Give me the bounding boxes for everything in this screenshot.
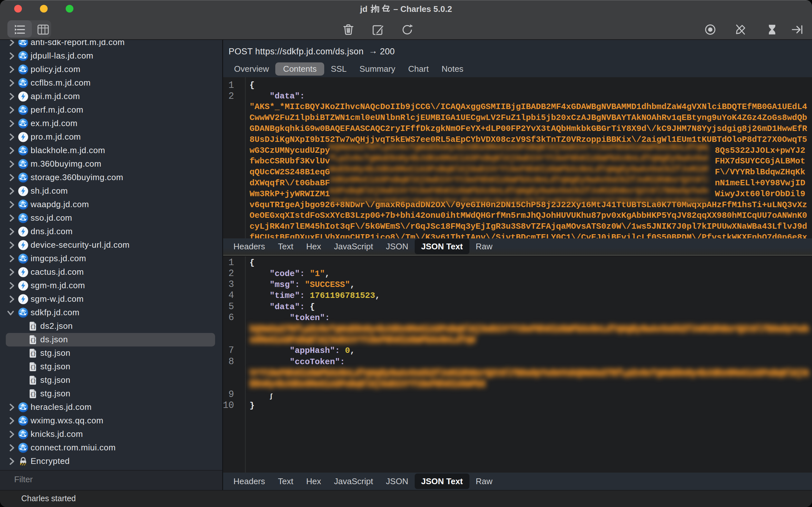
svg-text:{}: {} [30,351,36,356]
svg-text:{}: {} [30,378,36,384]
svg-text:{}: {} [30,324,36,329]
svg-text:{}: {} [30,365,36,370]
svg-text:{}: {} [30,338,36,343]
svg-text:{}: {} [30,392,36,397]
